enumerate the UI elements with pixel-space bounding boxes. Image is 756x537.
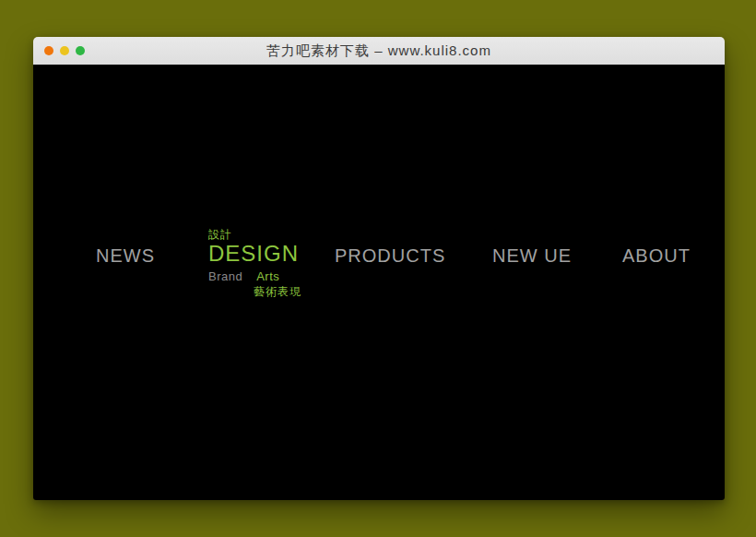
subnav-item-brand[interactable]: Brand — [208, 269, 242, 283]
subnav-item-arts-zh[interactable]: 藝術表現 — [254, 285, 301, 298]
traffic-lights — [44, 37, 85, 65]
nav-item-design[interactable]: 設計 DESIGN Brand Arts 藝術表現 — [208, 228, 301, 298]
nav-design-zh-label: 設計 — [208, 228, 232, 241]
window-title: 苦力吧素材下载 – www.kuli8.com — [266, 42, 491, 60]
nav-design-submenu: Brand Arts — [208, 269, 279, 283]
nav-item-new-ue[interactable]: NEW UE — [492, 245, 572, 267]
subnav-item-arts[interactable]: Arts — [256, 269, 279, 283]
minimize-button[interactable] — [60, 46, 69, 55]
browser-window: 苦力吧素材下载 – www.kuli8.com NEWS 設計 DESIGN B… — [33, 37, 725, 500]
desktop-background: { "window": { "title": "苦力吧素材下载 – www.ku… — [0, 0, 756, 537]
close-button[interactable] — [44, 46, 53, 55]
nav-item-products[interactable]: PRODUCTS — [335, 245, 445, 267]
zoom-button[interactable] — [76, 46, 85, 55]
window-titlebar: 苦力吧素材下载 – www.kuli8.com — [33, 37, 725, 65]
nav-design-label[interactable]: DESIGN — [208, 241, 299, 267]
page-content: NEWS 設計 DESIGN Brand Arts 藝術表現 PRODUCTS … — [33, 65, 725, 500]
nav-item-news[interactable]: NEWS — [96, 245, 155, 267]
nav-item-about[interactable]: ABOUT — [622, 245, 691, 267]
